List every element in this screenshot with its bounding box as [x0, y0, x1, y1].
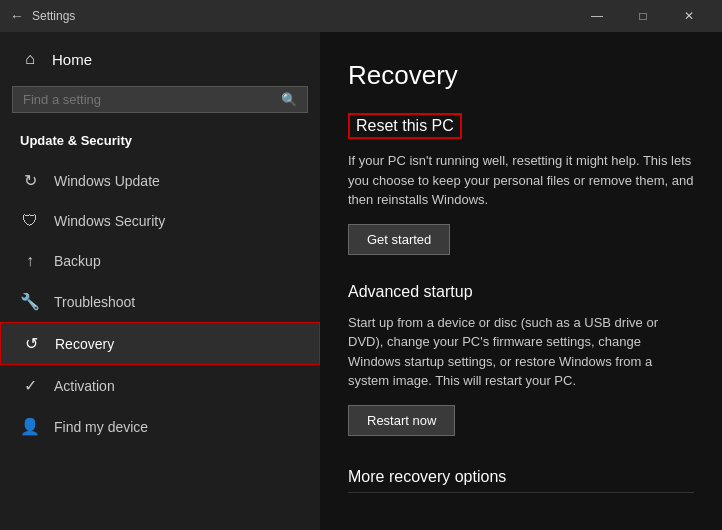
- sidebar-item-label: Windows Update: [54, 173, 160, 189]
- close-button[interactable]: ✕: [666, 0, 712, 32]
- title-bar-left: ← Settings: [10, 8, 574, 24]
- more-recovery-options-heading: More recovery options: [348, 468, 694, 493]
- get-started-button[interactable]: Get started: [348, 224, 450, 255]
- search-icon: 🔍: [281, 92, 297, 107]
- sidebar-item-label: Activation: [54, 378, 115, 394]
- title-bar-controls: — □ ✕: [574, 0, 712, 32]
- restart-now-button[interactable]: Restart now: [348, 405, 455, 436]
- windows-security-icon: 🛡: [20, 212, 40, 230]
- app-title: Settings: [32, 9, 75, 23]
- sidebar-item-home[interactable]: ⌂ Home: [0, 32, 320, 86]
- advanced-section-heading: Advanced startup: [348, 283, 694, 301]
- recovery-icon: ↺: [21, 334, 41, 353]
- sidebar-search-box[interactable]: 🔍: [12, 86, 308, 113]
- content-panel: Recovery Reset this PC If your PC isn't …: [320, 32, 722, 530]
- activation-icon: ✓: [20, 376, 40, 395]
- sidebar-item-label: Windows Security: [54, 213, 165, 229]
- find-my-device-icon: 👤: [20, 417, 40, 436]
- sidebar-item-label: Recovery: [55, 336, 114, 352]
- sidebar: ⌂ Home 🔍 Update & Security ↻ Windows Upd…: [0, 32, 320, 530]
- maximize-button[interactable]: □: [620, 0, 666, 32]
- sidebar-section-title: Update & Security: [0, 125, 320, 160]
- advanced-section-description: Start up from a device or disc (such as …: [348, 313, 694, 391]
- sidebar-item-windows-security[interactable]: 🛡 Windows Security: [0, 201, 320, 241]
- troubleshoot-icon: 🔧: [20, 292, 40, 311]
- reset-section-heading: Reset this PC: [348, 113, 462, 139]
- search-input[interactable]: [23, 92, 281, 107]
- sidebar-item-backup[interactable]: ↑ Backup: [0, 241, 320, 281]
- sidebar-item-label: Find my device: [54, 419, 148, 435]
- sidebar-item-label: Backup: [54, 253, 101, 269]
- sidebar-home-label: Home: [52, 51, 92, 68]
- windows-update-icon: ↻: [20, 171, 40, 190]
- sidebar-item-find-my-device[interactable]: 👤 Find my device: [0, 406, 320, 447]
- minimize-button[interactable]: —: [574, 0, 620, 32]
- sidebar-item-activation[interactable]: ✓ Activation: [0, 365, 320, 406]
- sidebar-item-recovery[interactable]: ↺ Recovery: [0, 322, 320, 365]
- sidebar-item-windows-update[interactable]: ↻ Windows Update: [0, 160, 320, 201]
- back-button[interactable]: ←: [10, 8, 24, 24]
- sidebar-item-label: Troubleshoot: [54, 294, 135, 310]
- page-title: Recovery: [348, 60, 694, 91]
- title-bar: ← Settings — □ ✕: [0, 0, 722, 32]
- main-layout: ⌂ Home 🔍 Update & Security ↻ Windows Upd…: [0, 32, 722, 530]
- home-icon: ⌂: [20, 50, 40, 68]
- reset-section-description: If your PC isn't running well, resetting…: [348, 151, 694, 210]
- backup-icon: ↑: [20, 252, 40, 270]
- sidebar-item-troubleshoot[interactable]: 🔧 Troubleshoot: [0, 281, 320, 322]
